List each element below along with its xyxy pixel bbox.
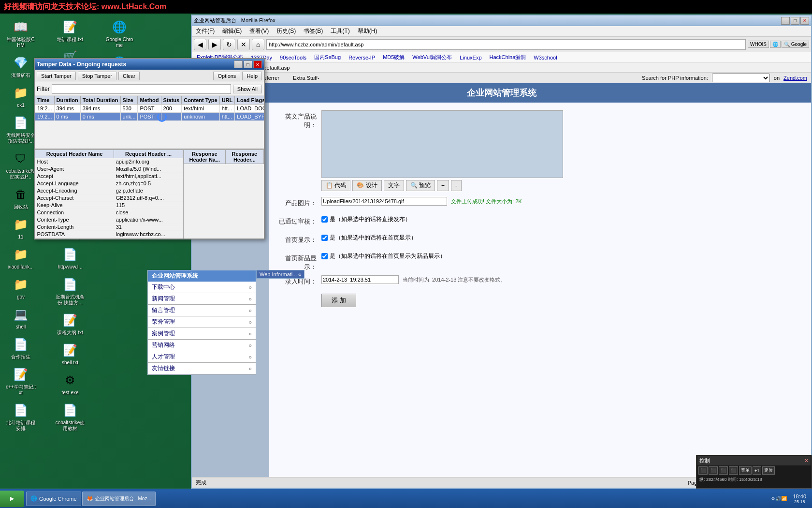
menu-history[interactable]: 历史(S) [273, 26, 300, 36]
ctrl-btn3[interactable]: ⬛ [719, 466, 728, 475]
desktop-icon[interactable]: 📄 无线网络安全攻防实战P... [4, 113, 38, 146]
start-tamper-btn[interactable]: Start Tamper [37, 72, 76, 80]
homepage-new-checkbox[interactable] [321, 253, 328, 259]
reload-button[interactable]: ↻ [223, 39, 235, 50]
menu-view[interactable]: 查看(V) [246, 26, 273, 36]
close-button[interactable]: ✕ [800, 17, 809, 25]
passed-checkbox[interactable] [321, 216, 328, 223]
nav-item[interactable]: 留言管理» [148, 305, 256, 316]
menu-tools[interactable]: 工具(T) [327, 26, 353, 36]
desktop-icon[interactable]: 📄 httpwww.l... [53, 244, 87, 271]
nav-item[interactable]: 案例管理» [148, 328, 256, 340]
ctrl-btn2[interactable]: ⬛ [709, 466, 718, 475]
position-btn[interactable]: 定位 [762, 466, 775, 475]
desktop-icon[interactable]: 📝 培训课程.txt [53, 17, 87, 44]
bookmark-w3school[interactable]: W3school [531, 54, 560, 61]
bookmark-sebug[interactable]: 国内SeBug [311, 53, 344, 61]
stop-button[interactable]: ✕ [237, 39, 250, 50]
url-bar[interactable] [266, 39, 746, 50]
editor-code-btn[interactable]: 📋 代码 [321, 180, 350, 191]
help-btn[interactable]: Help [242, 72, 262, 80]
nav-item[interactable]: 人才管理» [148, 351, 256, 363]
submit-button[interactable]: 添 加 [321, 294, 356, 307]
table-row[interactable]: 19:2...394 ms394 ms530POST200text/htmlht… [35, 105, 264, 113]
ctrl-btn1[interactable]: ⬛ [698, 466, 708, 475]
php-search-select[interactable] [712, 74, 770, 82]
nav-item[interactable]: 友情链接» [148, 363, 256, 374]
stop-tamper-btn[interactable]: Stop Tamper [78, 72, 116, 80]
homepage-checkbox[interactable] [321, 235, 328, 241]
nav-item[interactable]: 下载中心» [148, 282, 256, 293]
control-close[interactable]: ✕ [804, 458, 809, 464]
nav-item[interactable]: 营销网络» [148, 340, 256, 351]
forward-button[interactable]: ▶ [208, 39, 221, 50]
minimize-button[interactable]: _ [781, 17, 790, 25]
editor-preview-btn[interactable]: 🔍 预览 [406, 180, 435, 191]
filter-input[interactable] [52, 84, 231, 94]
eng-desc-editor[interactable] [321, 110, 563, 178]
options-btn[interactable]: Options [213, 72, 240, 80]
webinfo-collapse[interactable]: « [298, 271, 301, 277]
menu-help[interactable]: 帮助(H) [354, 26, 381, 36]
homepage-text: 是（如果选中的话将在首页显示） [330, 234, 417, 242]
desktop-icon[interactable]: 📄 近期台式机备份-快捷方... [53, 274, 87, 307]
list-item: Content-Typeapplication/x-www... [35, 216, 183, 224]
tamper-close[interactable]: ✕ [253, 60, 262, 68]
desktop-icon[interactable]: 📄 cobaltstrike使用教材 [53, 400, 87, 433]
desktop-icon[interactable]: 📄 北斗培训课程安排 [4, 400, 38, 433]
menu-file[interactable]: 文件(F) [192, 26, 218, 36]
list-item: Keep-Alive115 [35, 202, 183, 209]
bookmark-hackchina[interactable]: HackChina漏洞 [487, 53, 529, 61]
editor-design-btn[interactable]: 🎨 设计 [352, 180, 381, 191]
clear-btn[interactable]: Clear [118, 72, 140, 80]
menu-btn[interactable]: 菜单 [739, 466, 752, 475]
desktop-icon[interactable]: 📝 c++学习笔记.txt [4, 364, 38, 397]
desktop-icon[interactable]: 💻 shell [4, 304, 38, 331]
start-button[interactable]: ▶ [0, 491, 24, 507]
whois-button[interactable]: WHOIS [748, 41, 769, 48]
desktop-icon[interactable]: 📖 神器体验版CHM [4, 17, 38, 50]
bookmark-reverseip[interactable]: Reverse-IP [346, 54, 378, 61]
desktop-icon[interactable]: ⚙ test.exe [53, 370, 87, 397]
taskbar-firefox[interactable]: 🦊 企业网站管理后台 - Moz... [82, 492, 156, 506]
bookmark-webvul[interactable]: WebVul漏洞公布 [409, 53, 455, 61]
menu-bookmarks[interactable]: 书签(B) [300, 26, 327, 36]
desktop-icon[interactable]: 💎 流量矿石 [4, 53, 38, 80]
webinfo-title: Web Informati... [260, 271, 297, 277]
desktop-icon[interactable]: 📁 xiaodifank... [4, 244, 38, 271]
time-input[interactable] [321, 275, 399, 284]
desktop-icon[interactable]: 📁 gov [4, 274, 38, 301]
desktop-icon[interactable]: 📝 课程大纲.txt [53, 310, 87, 337]
google-search[interactable]: 🔍 Google [782, 41, 809, 48]
desktop-icon[interactable]: 📝 shell.txt [53, 340, 87, 367]
form-row-product-img: 产品图片： 文件上传成功! 文件大小为: 2K [273, 197, 807, 211]
editor-collapse-btn[interactable]: - [451, 180, 462, 191]
tamper-minimize[interactable]: _ [234, 60, 243, 68]
tamper-maximize[interactable]: □ [244, 60, 252, 68]
nav-item[interactable]: 荣誉管理» [148, 316, 256, 328]
flag-button[interactable]: 🌐 [770, 41, 781, 48]
desktop-icon[interactable]: 📄 合作招生 [4, 334, 38, 361]
desktop-icon[interactable]: 📁 ck1 [4, 83, 38, 110]
taskbar-chrome[interactable]: 🌐 Google Chrome [26, 492, 81, 506]
admin-title: 企业网站管理系统 [467, 88, 536, 98]
bookmark-md5[interactable]: MD5破解 [380, 53, 407, 61]
maximize-button[interactable]: □ [791, 17, 799, 25]
home-button[interactable]: ⌂ [252, 39, 264, 50]
bookmark-linuxexp[interactable]: LinuxExp [457, 54, 484, 61]
editor-expand-btn[interactable]: + [437, 180, 449, 191]
plus-btn[interactable]: +1 [753, 466, 761, 475]
desktop-icon[interactable]: 📁 11 [4, 214, 38, 241]
menu-edit[interactable]: 编辑(E) [218, 26, 246, 36]
table-row[interactable]: 19:2...0 ms0 msunk...POSTunknownhtt...LO… [35, 113, 264, 121]
desktop-icon[interactable]: 🛡 cobaltstrike攻防实战P... [4, 149, 38, 181]
ctrl-btn4[interactable]: ⬛ [729, 466, 738, 475]
editor-text-btn[interactable]: 文字 [384, 180, 404, 191]
nav-item[interactable]: 新闻管理» [148, 293, 256, 305]
product-img-input[interactable] [321, 197, 447, 206]
back-button[interactable]: ◀ [194, 39, 206, 50]
show-all-btn[interactable]: Show All [233, 85, 262, 93]
bookmark-90sec[interactable]: 90secTools [277, 54, 309, 61]
desktop-icon[interactable]: 🗑 回收站 [4, 184, 38, 211]
desktop-icon[interactable]: 🌐 Google Chrome [102, 17, 136, 50]
